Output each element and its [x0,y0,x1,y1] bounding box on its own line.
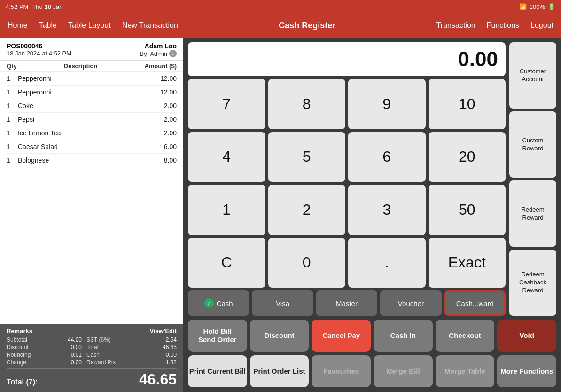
status-time: 4:52 PM [6,3,28,10]
item-desc: Coke [18,102,164,110]
main-layout: POS000046 Adam Loo 18 Jan 2024 at 4:52 P… [0,38,561,392]
nav-home[interactable]: Home [8,21,28,30]
payment-label: Cash [217,299,233,307]
receipt-item[interactable]: 1 Ice Lemon Tea 2.00 [7,126,177,140]
item-amount: 6.00 [164,143,177,150]
action-btn-cancel-pay[interactable]: Cancel Pay [312,320,371,352]
sst-label: SST (6%) [86,337,116,343]
keypad-btn-10[interactable]: 10 [429,79,506,129]
keypad-btn-7[interactable]: 7 [188,79,265,129]
action-btn-print-current-bill[interactable]: Print Current Bill [188,355,247,387]
right-panel: 0.00 789104562012350C0.Exact ✓CashVisaMa… [183,38,561,392]
action-btn-merge-bill: Merge Bill [374,355,433,387]
keypad-btn-0[interactable]: 0 [268,238,346,288]
keypad-btn-6[interactable]: 6 [348,132,426,182]
keypad-btn-50[interactable]: 50 [429,185,506,235]
nav-table[interactable]: Table [39,21,57,30]
keypad-btn-exact[interactable]: Exact [429,238,506,288]
receipt-item[interactable]: 1 Bolognese 8.00 [7,154,177,167]
payment-btn-cash---ward[interactable]: Cash...ward [444,290,506,316]
payment-label: Master [336,299,358,307]
sidebar-btn-0[interactable]: Customer Account [509,42,556,109]
item-qty: 1 [7,88,18,96]
keypad-btn-9[interactable]: 9 [348,79,426,129]
sidebar-btn-2[interactable]: Redeem Reward [509,180,556,247]
receipt-header: POS000046 Adam Loo 18 Jan 2024 at 4:52 P… [0,38,183,61]
keypad-btn-3[interactable]: 3 [348,185,426,235]
keypad-btn-4[interactable]: 4 [188,132,265,182]
item-amount: 2.00 [164,116,177,123]
payment-btn-cash[interactable]: ✓Cash [188,290,249,316]
grand-total-label: Total (7): [7,378,38,386]
receipt-item[interactable]: 1 Pepperonni 12.00 [7,86,177,99]
total-value: 46.65 [120,344,177,351]
nav-logout[interactable]: Logout [530,21,553,30]
item-qty: 1 [7,129,18,137]
keypad-grid: 789104562012350C0.Exact [188,79,506,288]
nav-transaction[interactable]: Transaction [436,21,475,30]
nav-functions[interactable]: Functions [487,21,519,30]
nav-bar: Home Table Table Layout New Transaction … [0,13,561,38]
keypad-btn-dot[interactable]: . [348,238,426,288]
item-qty: 1 [7,75,18,82]
item-qty: 1 [7,143,18,150]
cash-value: 0.00 [120,352,177,358]
view-edit-button[interactable]: View/Edit [149,328,177,335]
reward-pts-value: 1.32 [120,359,177,366]
rounding-value: 0.01 [68,352,82,358]
sidebar-btn-3[interactable]: Redeem Cashback Reward [509,250,556,316]
nav-table-layout[interactable]: Table Layout [68,21,111,30]
item-desc: Bolognese [18,157,164,164]
remarks-label: Remarks [7,328,32,335]
item-amount: 2.00 [164,102,177,110]
keypad-btn-5[interactable]: 5 [268,132,346,182]
change-label: Change [7,359,63,366]
amount-display: 0.00 [188,42,506,76]
rounding-label: Rounding [7,352,63,358]
reward-pts-label: Reward Pts [86,359,116,366]
item-amount: 12.00 [160,75,177,82]
sst-value: 2.64 [120,337,177,343]
keypad-btn-1[interactable]: 1 [188,185,265,235]
info-icon[interactable]: i [169,50,177,57]
action-btn-merge-table: Merge Table [436,355,495,387]
battery-icon: 🔋 [548,3,555,10]
action-row-1: Hold Bill Send OrderDiscountCancel PayCa… [188,320,556,352]
payment-btn-visa[interactable]: Visa [252,290,313,316]
nav-title: Cash Register [178,21,436,31]
col-description: Description [64,63,98,70]
action-btn-more-functions[interactable]: More Functions [497,355,556,387]
action-btn-checkout[interactable]: Checkout [436,320,495,352]
cash-label: Cash [86,352,116,358]
payment-btn-master[interactable]: Master [316,290,377,316]
keypad-btn-8[interactable]: 8 [268,79,346,129]
action-btn-hold-bill-send-order[interactable]: Hold Bill Send Order [188,320,247,352]
subtotal-label: Subtotal [7,337,63,343]
col-qty: Qty [7,63,17,70]
keypad-btn-2[interactable]: 2 [268,185,346,235]
action-btn-favourites: Favourites [312,355,371,387]
nav-new-transaction[interactable]: New Transaction [122,21,178,30]
item-desc: Caesar Salad [18,143,164,150]
receipt-date: 18 Jan 2024 at 4:52 PM [7,50,71,57]
item-desc: Pepsi [18,116,164,123]
action-btn-cash-in[interactable]: Cash In [374,320,433,352]
wifi-icon: 📶 [519,3,527,10]
receipt-item[interactable]: 1 Caesar Salad 6.00 [7,140,177,154]
action-btn-discount[interactable]: Discount [250,320,309,352]
sidebar-btn-1[interactable]: Custom Reward [509,111,556,178]
status-date: Thu 18 Jan [32,3,62,10]
receipt-item[interactable]: 1 Pepsi 2.00 [7,113,177,126]
payment-btn-voucher[interactable]: Voucher [380,290,441,316]
item-qty: 1 [7,102,18,110]
customer-name: Adam Loo [145,42,177,50]
receipt-item[interactable]: 1 Coke 2.00 [7,99,177,113]
action-btn-print-order-list[interactable]: Print Order List [250,355,309,387]
receipt-item[interactable]: 1 Pepperonni 12.00 [7,72,177,86]
receipt-panel: POS000046 Adam Loo 18 Jan 2024 at 4:52 P… [0,38,183,392]
receipt-footer: Remarks View/Edit Subtotal 44.00 SST (6%… [0,324,183,392]
keypad-btn-20[interactable]: 20 [429,132,506,182]
receipt-by: By: Admin [140,50,167,57]
keypad-btn-c[interactable]: C [188,238,265,288]
action-btn-void[interactable]: Void [497,320,556,352]
